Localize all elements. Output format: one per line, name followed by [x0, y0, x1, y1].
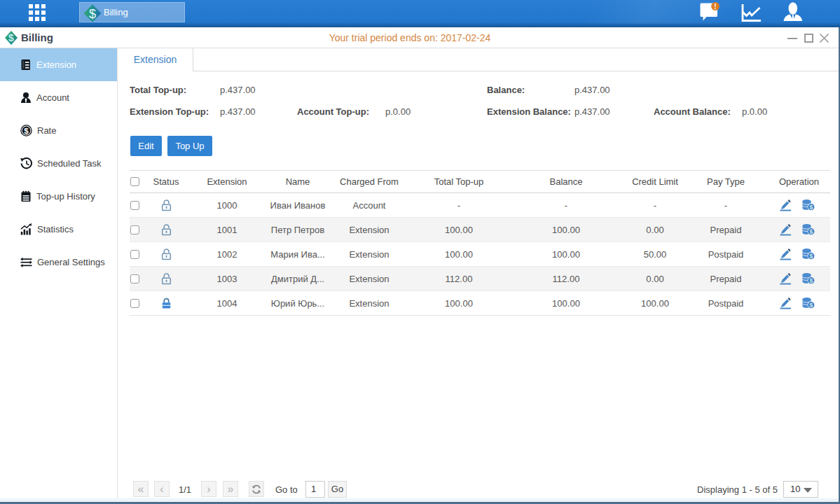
- svg-text:$: $: [809, 302, 813, 309]
- svg-text:$: $: [809, 228, 813, 235]
- svg-text:!: !: [714, 3, 716, 10]
- svg-text:$: $: [24, 127, 29, 135]
- svg-text:$: $: [809, 204, 813, 211]
- svg-text:$: $: [809, 277, 813, 284]
- svg-text:$: $: [89, 7, 96, 21]
- svg-text:$: $: [809, 253, 813, 260]
